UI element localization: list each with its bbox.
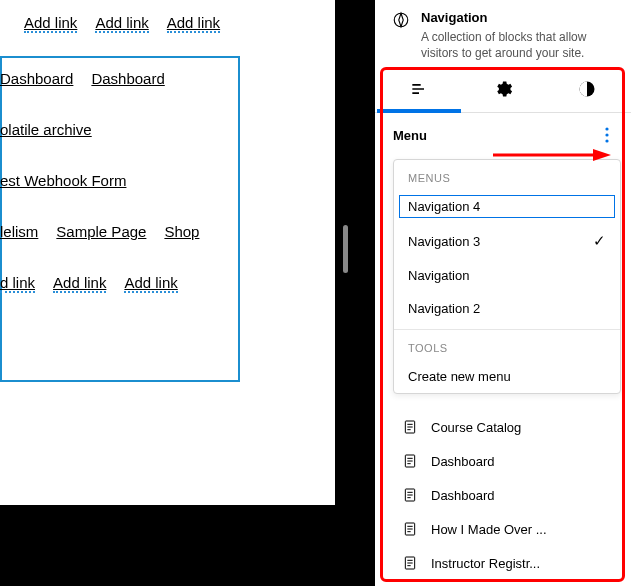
nav-add-link[interactable]: Add link [167, 14, 220, 33]
check-icon: ✓ [593, 232, 606, 250]
nav-item-label: Dashboard [431, 488, 495, 503]
svg-point-4 [605, 140, 608, 143]
canvas-frame-bottom [0, 505, 375, 586]
navigation-items-list: Course Catalog Dashboard Dashboard How I… [375, 404, 631, 580]
menu-option-navigation[interactable]: Navigation [394, 259, 620, 292]
menu-option-label: Create new menu [408, 369, 511, 384]
nav-link[interactable]: lelism [0, 223, 38, 240]
tab-list-view[interactable] [377, 69, 461, 113]
nav-add-link[interactable]: Add link [124, 274, 177, 293]
nav-item-label: Instructor Registr... [431, 556, 540, 571]
nav-add-link[interactable]: Add link [95, 14, 148, 33]
nav-add-link[interactable]: d link [0, 274, 35, 293]
nav-link[interactable]: Sample Page [56, 223, 146, 240]
nav-link[interactable]: Dashboard [91, 70, 164, 87]
menu-option-navigation-3[interactable]: Navigation 3 ✓ [394, 223, 620, 259]
svg-point-2 [605, 128, 608, 131]
block-title: Navigation [421, 10, 623, 25]
menu-option-navigation-4[interactable]: Navigation 4 [394, 190, 620, 223]
menu-option-label: Navigation 3 [408, 234, 480, 249]
page-icon [401, 520, 419, 538]
nav-item-label: Dashboard [431, 454, 495, 469]
menu-option-label: Navigation [408, 268, 469, 283]
tab-settings[interactable] [461, 69, 545, 113]
svg-point-3 [605, 134, 608, 137]
nav-add-link[interactable]: Add link [53, 274, 106, 293]
page-icon [401, 554, 419, 572]
block-description: A collection of blocks that allow visito… [421, 29, 623, 61]
menu-dropdown: MENUS Navigation 4 Navigation 3 ✓ Naviga… [393, 159, 621, 394]
nav-link[interactable]: Dashboard [0, 70, 73, 87]
dropdown-section-menus: MENUS [394, 160, 620, 190]
nav-link[interactable]: Shop [164, 223, 199, 240]
scrollbar-thumb[interactable] [343, 225, 348, 273]
list-item[interactable]: Dashboard [397, 478, 623, 512]
nav-link[interactable]: est Webhook Form [0, 172, 126, 189]
list-item[interactable]: How I Made Over ... [397, 512, 623, 546]
list-item[interactable]: Instructor Registr... [397, 546, 623, 580]
editor-canvas: Add link Add link Add link Dashboard Das… [0, 0, 335, 505]
nav-item-label: How I Made Over ... [431, 522, 547, 537]
page-icon [401, 452, 419, 470]
menu-panel-title: Menu [393, 128, 427, 143]
navigation-block-icon [391, 10, 411, 30]
menu-options-button[interactable] [597, 125, 617, 145]
nav-link[interactable]: olatile archive [0, 121, 92, 138]
create-new-menu[interactable]: Create new menu [394, 360, 620, 393]
page-icon [401, 486, 419, 504]
tab-styles[interactable] [545, 69, 629, 113]
nav-item-label: Course Catalog [431, 420, 521, 435]
menu-option-navigation-2[interactable]: Navigation 2 [394, 292, 620, 325]
canvas-frame-side [335, 0, 375, 586]
menu-option-label: Navigation 4 [408, 199, 480, 214]
svg-point-0 [394, 13, 408, 27]
nav-add-link[interactable]: Add link [24, 14, 77, 33]
menu-option-label: Navigation 2 [408, 301, 480, 316]
inspector-tabs [375, 69, 631, 113]
page-icon [401, 418, 419, 436]
list-item[interactable]: Dashboard [397, 444, 623, 478]
list-item[interactable]: Course Catalog [397, 410, 623, 444]
block-inspector: Navigation A collection of blocks that a… [375, 0, 631, 586]
dropdown-section-tools: TOOLS [394, 330, 620, 360]
